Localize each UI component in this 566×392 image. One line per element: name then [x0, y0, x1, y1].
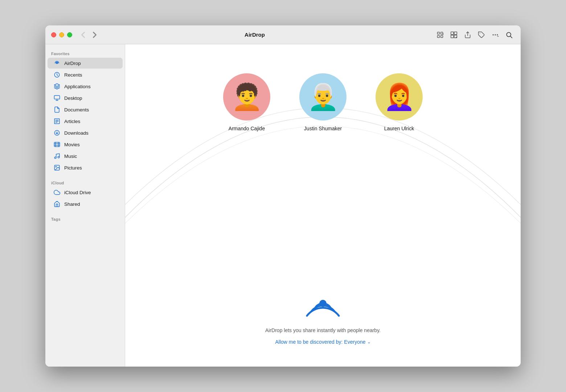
- sidebar-item-downloads-label: Downloads: [64, 130, 89, 136]
- sidebar-item-desktop-label: Desktop: [64, 95, 82, 101]
- content-area: 🧑‍🦱 Armando Cajide 👨‍🦳 Justin Shumaker 👩…: [125, 44, 521, 367]
- airdrop-signal-icon: [305, 285, 341, 322]
- svg-rect-0: [438, 32, 440, 34]
- downloads-icon: [53, 129, 61, 136]
- sidebar-item-documents-label: Documents: [64, 107, 89, 113]
- main-layout: Favorites AirDrop: [45, 44, 521, 367]
- close-button[interactable]: [51, 32, 56, 37]
- traffic-lights: [51, 32, 72, 37]
- group-view-button[interactable]: [448, 29, 460, 41]
- finder-window: AirDrop: [45, 25, 521, 367]
- maximize-button[interactable]: [67, 32, 72, 37]
- articles-icon: [53, 118, 61, 125]
- svg-rect-3: [441, 35, 443, 37]
- sidebar-item-icloud-drive-label: iCloud Drive: [64, 190, 91, 195]
- svg-point-15: [56, 62, 58, 64]
- pictures-icon: [53, 164, 61, 171]
- sidebar-item-shared[interactable]: Shared: [48, 199, 123, 209]
- svg-point-10: [495, 34, 496, 35]
- favorites-label: Favorites: [45, 49, 125, 57]
- airdrop-description: AirDrop lets you share instantly with pe…: [265, 327, 381, 333]
- sidebar-item-icloud-drive[interactable]: iCloud Drive: [48, 187, 123, 198]
- documents-icon: [53, 106, 61, 113]
- sidebar-item-movies-label: Movies: [64, 142, 80, 147]
- minimize-button[interactable]: [59, 32, 64, 37]
- icloud-label: iCloud: [45, 178, 125, 187]
- tags-label: Tags: [45, 214, 125, 223]
- airdrop-discover-link[interactable]: Allow me to be discovered by: Everyone ⌄: [275, 339, 370, 345]
- person-lauren-name: Lauren Ulrick: [384, 126, 414, 131]
- svg-point-11: [497, 34, 498, 35]
- toolbar-right: [434, 29, 515, 41]
- svg-point-25: [54, 157, 56, 159]
- svg-rect-20: [54, 142, 60, 147]
- sidebar-item-pictures[interactable]: Pictures: [48, 162, 123, 173]
- avatar-lauren: 👩‍🦰: [376, 73, 423, 121]
- movies-icon: [53, 141, 61, 148]
- sidebar-item-recents-label: Recents: [64, 72, 82, 78]
- avatar-justin: 👨‍🦳: [299, 73, 346, 121]
- desktop-icon: [53, 94, 61, 102]
- svg-rect-2: [438, 35, 440, 37]
- sidebar-item-applications-label: Applications: [64, 84, 91, 89]
- svg-rect-1: [441, 32, 443, 34]
- sidebar-item-shared-label: Shared: [64, 201, 80, 207]
- sidebar: Favorites AirDrop: [45, 44, 125, 367]
- sidebar-item-desktop[interactable]: Desktop: [48, 93, 123, 103]
- svg-rect-17: [54, 95, 60, 99]
- svg-rect-5: [454, 32, 457, 34]
- person-armando-name: Armando Cajide: [229, 126, 265, 131]
- chevron-down-icon: ⌄: [367, 339, 371, 344]
- person-justin-name: Justin Shumaker: [304, 126, 342, 131]
- svg-point-12: [493, 34, 493, 35]
- icloud-drive-icon: [53, 189, 61, 196]
- music-icon: [53, 152, 61, 160]
- sidebar-item-articles[interactable]: Articles: [48, 116, 123, 127]
- sidebar-item-documents[interactable]: Documents: [48, 104, 123, 115]
- sidebar-item-downloads[interactable]: Downloads: [48, 127, 123, 138]
- bottom-section: AirDrop lets you share instantly with pe…: [125, 285, 521, 345]
- avatar-armando: 🧑‍🦱: [223, 73, 270, 121]
- icon-view-button[interactable]: [434, 29, 446, 41]
- svg-line-14: [510, 36, 512, 38]
- svg-point-26: [58, 156, 60, 158]
- sidebar-item-pictures-label: Pictures: [64, 165, 82, 171]
- share-button[interactable]: [462, 29, 473, 41]
- airdrop-icon: [53, 60, 61, 67]
- people-section: 🧑‍🦱 Armando Cajide 👨‍🦳 Justin Shumaker 👩…: [125, 73, 521, 131]
- svg-rect-4: [451, 32, 454, 34]
- applications-icon: [53, 83, 61, 90]
- search-button[interactable]: [503, 29, 515, 41]
- window-title: AirDrop: [75, 32, 434, 38]
- sidebar-item-airdrop-label: AirDrop: [64, 61, 81, 66]
- sidebar-item-airdrop[interactable]: AirDrop: [48, 58, 123, 69]
- titlebar: AirDrop: [45, 25, 521, 44]
- svg-point-28: [56, 166, 56, 167]
- person-lauren[interactable]: 👩‍🦰 Lauren Ulrick: [376, 73, 423, 131]
- sidebar-item-applications[interactable]: Applications: [48, 81, 123, 92]
- airdrop-discover-text: Allow me to be discovered by: Everyone: [275, 339, 365, 345]
- svg-rect-6: [451, 35, 454, 38]
- person-armando[interactable]: 🧑‍🦱 Armando Cajide: [223, 73, 270, 131]
- shared-icon: [53, 200, 61, 208]
- recents-icon: [53, 71, 61, 78]
- sidebar-item-music[interactable]: Music: [48, 151, 123, 162]
- sidebar-item-articles-label: Articles: [64, 119, 80, 124]
- sidebar-item-music-label: Music: [64, 154, 77, 159]
- tag-button[interactable]: [476, 29, 487, 41]
- more-button[interactable]: [489, 29, 501, 41]
- sidebar-item-movies[interactable]: Movies: [48, 139, 123, 150]
- person-justin[interactable]: 👨‍🦳 Justin Shumaker: [299, 73, 346, 131]
- sidebar-item-recents[interactable]: Recents: [48, 69, 123, 80]
